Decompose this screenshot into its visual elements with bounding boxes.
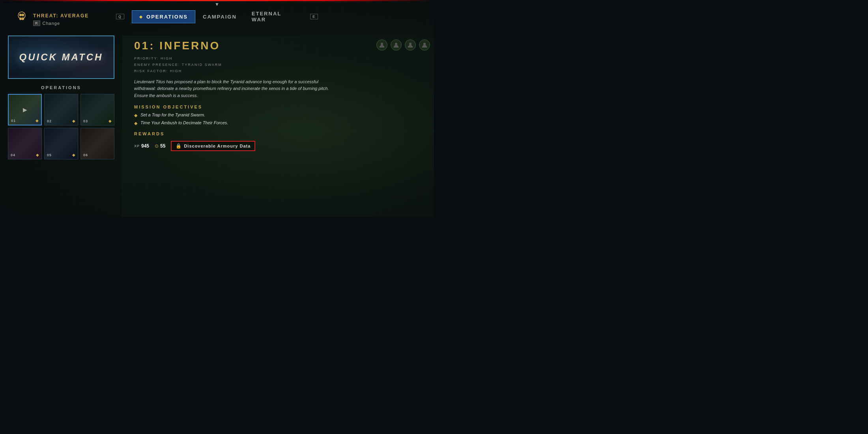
q-key: Q	[116, 14, 124, 19]
nav-chevron: ▼	[215, 2, 219, 7]
mission-06-num: 06	[83, 153, 88, 157]
svg-point-8	[423, 43, 426, 45]
mission-priority: PRIORITY: HIGH	[134, 55, 422, 62]
mission-meta: PRIORITY: HIGH ENEMY PRESENCE: TYRANID S…	[134, 55, 422, 75]
cursor-icon: ▶	[23, 107, 27, 113]
armoury-icon: 🔒	[176, 143, 181, 149]
mission-04-icon: ◆	[36, 153, 39, 157]
mission-03-icon: ◆	[108, 119, 112, 123]
objective-2: ◆ Time Your Ambush to Decimate Their For…	[134, 120, 422, 126]
mission-04-num: 04	[11, 153, 15, 157]
mission-card-01[interactable]: 01 ▶ ◆	[8, 94, 42, 125]
operations-label: Operations	[146, 14, 188, 20]
mission-card-06[interactable]: 06	[80, 128, 114, 159]
armoury-badge: 🔒 Discoverable Armoury Data	[171, 141, 255, 151]
left-panel: QUICK MATCH OPERATIONS 01 ▶ ◆ 02 ◆ 03 ◆	[0, 36, 122, 217]
threat-label: THREAT: AVERAGE	[33, 12, 89, 19]
tab-operations[interactable]: ◆ Operations	[132, 10, 195, 23]
mission-description: Lieutenant Titus has proposed a plan to …	[134, 79, 339, 99]
coin-icon: ⊙	[155, 143, 159, 149]
mission-card-04[interactable]: 04 ◆	[8, 128, 42, 159]
mission-03-num: 03	[83, 119, 88, 123]
mission-risk: RISK FACTOR: HIGH	[134, 68, 422, 74]
rewards-row: XP 945 ⊙ 55 🔒 Discoverable Armoury Data	[134, 141, 422, 151]
xp-reward: XP 945	[134, 143, 149, 149]
mission-title: 01: INFERNO	[134, 39, 422, 52]
change-key: R	[33, 21, 40, 26]
armoury-label: Discoverable Armoury Data	[184, 144, 251, 148]
mission-card-05[interactable]: 05 ◆	[44, 128, 78, 159]
obj-1-diamond: ◆	[134, 113, 137, 118]
mission-05-icon: ◆	[72, 153, 75, 157]
rewards-label: REWARDS	[134, 131, 422, 136]
objective-1: ◆ Set a Trap for the Tyranid Swarm.	[134, 112, 422, 118]
tab-campaign[interactable]: Campaign	[195, 10, 244, 23]
nav-tabs: ▼ Q ◆ Operations Campaign Eternal War E	[108, 7, 326, 26]
svg-point-4	[22, 14, 24, 16]
svg-rect-1	[20, 18, 21, 20]
xp-value: 945	[141, 143, 149, 149]
e-key: E	[310, 14, 318, 19]
mission-02-icon: ◆	[72, 119, 75, 123]
mission-card-03[interactable]: 03 ◆	[80, 94, 114, 125]
campaign-label: Campaign	[203, 14, 237, 20]
mission-grid: 01 ▶ ◆ 02 ◆ 03 ◆ 04 ◆ 05	[8, 94, 114, 159]
xp-label: XP	[134, 144, 140, 148]
objectives-label: MISSION OBJECTIVES	[134, 105, 422, 109]
mission-enemy: ENEMY PRESENCE: TYRANID SWARM	[134, 62, 422, 68]
mission-01-num: 01	[11, 119, 16, 123]
quick-match-button[interactable]: QUICK MATCH	[8, 36, 114, 79]
svg-point-3	[20, 14, 22, 16]
eternal-war-label: Eternal War	[252, 11, 295, 22]
mission-card-02[interactable]: 02 ◆	[44, 94, 78, 125]
mission-05-num: 05	[47, 153, 52, 157]
coin-reward: ⊙ 55	[155, 143, 165, 149]
right-panel: 01: INFERNO PRIORITY: HIGH ENEMY PRESENC…	[122, 36, 434, 217]
obj-2-diamond: ◆	[134, 121, 137, 126]
quick-match-label: QUICK MATCH	[19, 52, 103, 63]
svg-rect-2	[22, 18, 24, 20]
mission-02-num: 02	[47, 119, 52, 123]
operations-section-label: OPERATIONS	[8, 85, 114, 90]
obj-2-text: Time Your Ambush to Decimate Their Force…	[140, 120, 228, 125]
skull-icon	[16, 10, 28, 22]
operations-diamond: ◆	[139, 15, 143, 19]
change-text: Change	[43, 21, 60, 26]
tab-q-key[interactable]: Q	[108, 10, 132, 23]
obj-1-text: Set a Trap for the Tyranid Swarm.	[140, 112, 205, 117]
mission-01-icon: ◆	[36, 118, 39, 123]
tab-eternal-war[interactable]: Eternal War	[244, 7, 303, 26]
threat-area: THREAT: AVERAGE R Change	[16, 12, 89, 26]
main-content: QUICK MATCH OPERATIONS 01 ▶ ◆ 02 ◆ 03 ◆	[0, 36, 434, 217]
coin-value: 55	[160, 143, 165, 149]
top-border	[0, 0, 434, 1]
tab-e-key[interactable]: E	[303, 10, 326, 23]
